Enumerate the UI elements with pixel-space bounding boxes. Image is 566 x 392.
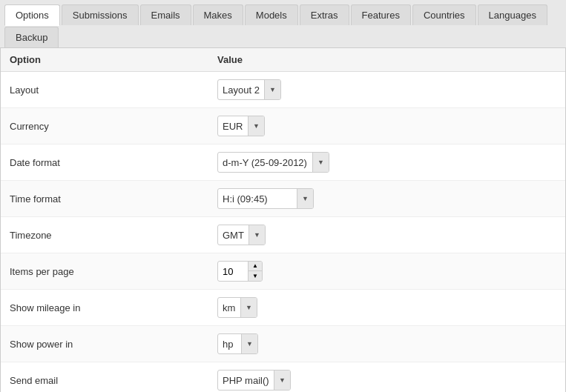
tab-backup[interactable]: Backup — [4, 27, 59, 47]
table-body: LayoutLayout 1Layout 2Layout 3CurrencyEU… — [1, 72, 565, 392]
row-label: Currency — [10, 121, 217, 132]
select-dropdown-btn[interactable] — [264, 80, 280, 99]
select-dropdown-btn[interactable] — [248, 116, 264, 136]
tab-models[interactable]: Models — [245, 4, 298, 25]
content-area: Option Value LayoutLayout 1Layout 2Layou… — [0, 48, 566, 392]
row-label: Layout — [10, 84, 217, 96]
select-wrapper[interactable]: Layout 1Layout 2Layout 3 — [217, 79, 281, 100]
spinner-buttons — [248, 262, 262, 281]
select-wrapper[interactable]: H:i (09:45)h:i A (09:45 AM) — [217, 188, 314, 209]
row-value: Layout 1Layout 2Layout 3 — [217, 79, 556, 100]
spinner-down-button[interactable] — [249, 271, 262, 281]
table-row: Date formatd-m-Y (25-09-2012)m-d-Y (09-2… — [1, 144, 565, 181]
tab-options[interactable]: Options — [4, 4, 60, 26]
row-value — [217, 261, 556, 282]
tab-features[interactable]: Features — [351, 4, 411, 25]
tab-extras[interactable]: Extras — [300, 4, 349, 25]
spinner-up-button[interactable] — [249, 262, 262, 271]
row-value: GMTUTCESTPST — [217, 225, 556, 245]
row-label: Show power in — [10, 339, 217, 350]
row-label: Items per page — [10, 266, 217, 277]
select-wrapper[interactable]: PHP mail()SMTP — [217, 370, 291, 391]
table-row: Items per page — [1, 253, 565, 290]
table-row: Show power inhpkWPS — [1, 326, 565, 362]
select-dropdown-btn[interactable] — [274, 371, 290, 390]
select-date-format[interactable]: d-m-Y (25-09-2012)m-d-Y (09-25-2012)Y-m-… — [218, 154, 312, 171]
select-dropdown-btn[interactable] — [241, 334, 257, 353]
select-timezone[interactable]: GMTUTCESTPST — [218, 227, 249, 244]
option-col-header: Option — [10, 54, 217, 65]
select-dropdown-btn[interactable] — [297, 189, 313, 208]
row-label: Time format — [10, 193, 217, 205]
row-value: d-m-Y (25-09-2012)m-d-Y (09-25-2012)Y-m-… — [217, 152, 556, 173]
table-row: TimezoneGMTUTCESTPST — [1, 217, 565, 253]
table-row: Time formatH:i (09:45)h:i A (09:45 AM) — [1, 181, 565, 217]
row-label: Send email — [10, 375, 217, 386]
tab-submissions[interactable]: Submissions — [62, 4, 139, 25]
table-row: CurrencyEURUSDGBP — [1, 108, 565, 144]
select-show-mileage-in[interactable]: kmmi — [218, 299, 240, 316]
row-value: EURUSDGBP — [217, 116, 556, 136]
tab-emails[interactable]: Emails — [140, 4, 191, 25]
select-wrapper[interactable]: d-m-Y (25-09-2012)m-d-Y (09-25-2012)Y-m-… — [217, 152, 329, 173]
row-value: PHP mail()SMTP — [217, 370, 556, 391]
select-wrapper[interactable]: GMTUTCESTPST — [217, 225, 266, 245]
select-time-format[interactable]: H:i (09:45)h:i A (09:45 AM) — [218, 190, 297, 207]
select-wrapper[interactable]: EURUSDGBP — [217, 116, 265, 136]
table-row: Show mileage inkmmi — [1, 290, 565, 326]
table-header: Option Value — [1, 48, 565, 72]
select-dropdown-btn[interactable] — [312, 153, 329, 172]
tab-makes[interactable]: Makes — [193, 4, 243, 25]
tab-countries[interactable]: Countries — [412, 4, 476, 25]
select-currency[interactable]: EURUSDGBP — [218, 118, 248, 135]
select-wrapper[interactable]: hpkWPS — [217, 333, 258, 354]
spinner-wrapper — [217, 261, 263, 282]
table-row: Send emailPHP mail()SMTP — [1, 362, 565, 392]
row-value: kmmi — [217, 297, 556, 318]
row-value: H:i (09:45)h:i A (09:45 AM) — [217, 188, 556, 209]
row-value: hpkWPS — [217, 333, 556, 354]
row-label: Timezone — [10, 230, 217, 241]
tabs-container: OptionsSubmissionsEmailsMakesModelsExtra… — [0, 0, 566, 48]
select-wrapper[interactable]: kmmi — [217, 297, 257, 318]
tab-languages[interactable]: Languages — [478, 4, 547, 25]
select-dropdown-btn[interactable] — [240, 298, 257, 317]
row-label: Date format — [10, 157, 217, 168]
select-layout[interactable]: Layout 1Layout 2Layout 3 — [218, 82, 264, 99]
row-label: Show mileage in — [10, 302, 217, 313]
select-dropdown-btn[interactable] — [249, 225, 265, 245]
table-row: LayoutLayout 1Layout 2Layout 3 — [1, 72, 565, 108]
select-show-power-in[interactable]: hpkWPS — [218, 336, 241, 353]
select-send-email[interactable]: PHP mail()SMTP — [218, 372, 274, 389]
spinner-input[interactable] — [218, 263, 248, 280]
value-col-header: Value — [217, 54, 556, 65]
